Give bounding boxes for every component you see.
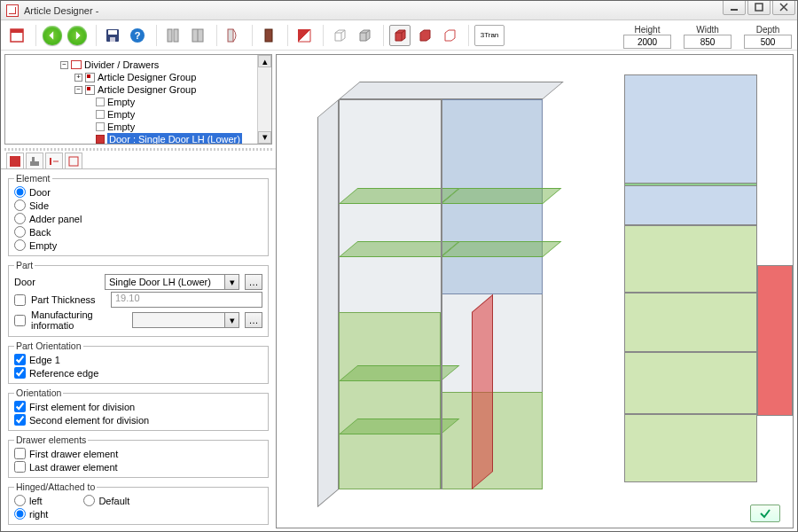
svg-rect-14: [265, 29, 272, 42]
panel-a-button[interactable]: [162, 25, 184, 46]
tab-4[interactable]: [65, 153, 82, 168]
element-side-radio[interactable]: [14, 200, 26, 211]
viewport-3d[interactable]: [276, 54, 794, 528]
maximize-button[interactable]: [747, 0, 771, 15]
tab-2[interactable]: [26, 153, 43, 168]
depth-label: Depth: [756, 25, 780, 35]
split-button[interactable]: [293, 25, 315, 46]
manuf-check[interactable]: [14, 315, 26, 326]
tree-group-a[interactable]: +Article Designer Group: [7, 71, 270, 83]
svg-rect-13: [228, 29, 233, 42]
svg-rect-22: [69, 157, 78, 166]
hinged-default-radio[interactable]: [83, 495, 95, 506]
orient-second-check[interactable]: [14, 414, 26, 426]
help-button[interactable]: ?: [127, 25, 148, 46]
tree-item-selected[interactable]: Door : Single Door LH (Lower): [7, 133, 270, 145]
element-door-radio[interactable]: [14, 186, 26, 198]
manuf-browse[interactable]: …: [245, 312, 262, 328]
edge1-check[interactable]: [14, 354, 26, 365]
svg-rect-10: [174, 29, 178, 42]
svg-rect-9: [168, 29, 172, 42]
element-back-radio[interactable]: [14, 226, 26, 238]
tab-3[interactable]: [45, 153, 63, 168]
width-input[interactable]: [684, 35, 732, 49]
toolbar: ? 3Tran Height Width Depth: [1, 20, 797, 51]
depth-input[interactable]: [744, 35, 792, 49]
svg-rect-1: [755, 4, 763, 11]
ok-button[interactable]: [750, 505, 780, 522]
part-door-browse[interactable]: …: [245, 274, 262, 290]
hinge-button[interactable]: [223, 25, 244, 46]
hinged-left-radio[interactable]: [14, 495, 26, 506]
hinged-group: Hinged/Attached to left right Default: [8, 481, 269, 525]
tree-item-empty[interactable]: Empty: [7, 108, 270, 121]
back-button[interactable]: [42, 25, 63, 46]
svg-rect-17: [10, 156, 20, 167]
property-tabs: [1, 151, 276, 169]
manuf-combo[interactable]: ▾: [132, 312, 239, 328]
close-button[interactable]: [772, 0, 795, 15]
width-label: Width: [696, 25, 719, 35]
svg-rect-6: [110, 37, 115, 42]
title-bar: Article Designer -: [1, 1, 797, 20]
app-icon: [6, 4, 19, 17]
new-button[interactable]: [6, 25, 27, 46]
element-adder-radio[interactable]: [14, 213, 26, 224]
orient-first-check[interactable]: [14, 401, 26, 412]
box-wire-button[interactable]: [329, 25, 350, 46]
svg-rect-5: [108, 30, 117, 35]
tab-1[interactable]: [6, 153, 24, 168]
tree-scrollbar[interactable]: ▴▾: [257, 55, 271, 144]
height-label: Height: [635, 25, 661, 35]
cabinet-2d: [624, 74, 793, 482]
forward-button[interactable]: [66, 25, 88, 46]
part-orient-group: Part Orientation Edge 1 Reference edge: [8, 340, 269, 384]
tree-root[interactable]: −Divider / Drawers: [7, 59, 270, 71]
svg-text:?: ?: [135, 30, 141, 41]
door-button[interactable]: [258, 25, 279, 46]
box-solid-button[interactable]: [354, 25, 375, 46]
window-title: Article Designer -: [24, 5, 98, 16]
part-door-label: Door: [14, 277, 99, 287]
hinged-right-radio[interactable]: [14, 508, 26, 520]
orientation-group: Orientation First element for division S…: [8, 387, 269, 431]
height-input[interactable]: [623, 35, 671, 49]
trans-button[interactable]: 3Tran: [474, 25, 505, 46]
svg-rect-18: [30, 161, 39, 166]
element-empty-radio[interactable]: [14, 239, 26, 251]
svg-rect-19: [32, 157, 35, 161]
box-red-button[interactable]: [389, 25, 411, 46]
part-thickness-value: 19.10: [111, 292, 262, 308]
tree-item-empty[interactable]: Empty: [7, 121, 270, 133]
drawer-first-check[interactable]: [14, 448, 26, 459]
tree-group-b[interactable]: −Article Designer Group: [7, 83, 270, 96]
refedge-check[interactable]: [14, 367, 26, 379]
part-thickness-check[interactable]: [14, 294, 26, 306]
part-door-combo[interactable]: Single Door LH (Lower)▾: [105, 274, 239, 290]
drawer-group: Drawer elements First drawer element Las…: [8, 434, 269, 478]
drawer-last-check[interactable]: [14, 461, 26, 473]
save-button[interactable]: [102, 25, 123, 46]
tree-item-empty[interactable]: Empty: [7, 96, 270, 108]
box-red2-button[interactable]: [414, 25, 435, 46]
cabinet-3d: [312, 82, 578, 498]
part-group: Part Door Single Door LH (Lower)▾ … Part…: [8, 260, 269, 337]
panel-b-button[interactable]: [187, 25, 208, 46]
svg-rect-0: [731, 9, 738, 11]
minimize-button[interactable]: [723, 0, 746, 15]
box-wire2-button[interactable]: [439, 25, 460, 46]
tree-panel: −Divider / Drawers +Article Designer Gro…: [4, 54, 272, 145]
element-group: Element Door Side Adder panel Back Empty: [8, 173, 269, 256]
svg-rect-3: [11, 29, 23, 33]
